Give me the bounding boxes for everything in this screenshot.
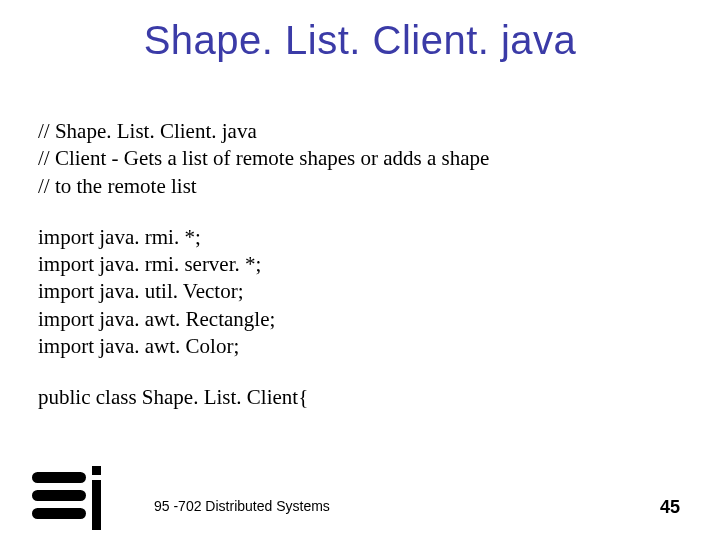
code-line: // Shape. List. Client. java <box>38 118 678 145</box>
comment-block: // Shape. List. Client. java // Client -… <box>38 118 678 200</box>
footer-course: 95 -702 Distributed Systems <box>154 498 330 514</box>
code-line: import java. rmi. server. *; <box>38 251 678 278</box>
import-block: import java. rmi. *; import java. rmi. s… <box>38 224 678 360</box>
cmu-logo-icon <box>32 466 112 530</box>
code-line: // Client - Gets a list of remote shapes… <box>38 145 678 172</box>
slide: Shape. List. Client. java // Shape. List… <box>0 0 720 540</box>
class-declaration: public class Shape. List. Client{ <box>38 384 678 411</box>
svg-rect-1 <box>32 490 86 501</box>
slide-body: // Shape. List. Client. java // Client -… <box>38 118 678 412</box>
code-line: public class Shape. List. Client{ <box>38 384 678 411</box>
code-line: import java. util. Vector; <box>38 278 678 305</box>
slide-title: Shape. List. Client. java <box>0 18 720 63</box>
code-line: // to the remote list <box>38 173 678 200</box>
svg-rect-2 <box>32 508 86 519</box>
code-line: import java. rmi. *; <box>38 224 678 251</box>
svg-rect-3 <box>92 466 101 475</box>
page-number: 45 <box>660 497 680 518</box>
svg-rect-0 <box>32 472 86 483</box>
code-line: import java. awt. Rectangle; <box>38 306 678 333</box>
svg-rect-4 <box>92 480 101 530</box>
code-line: import java. awt. Color; <box>38 333 678 360</box>
